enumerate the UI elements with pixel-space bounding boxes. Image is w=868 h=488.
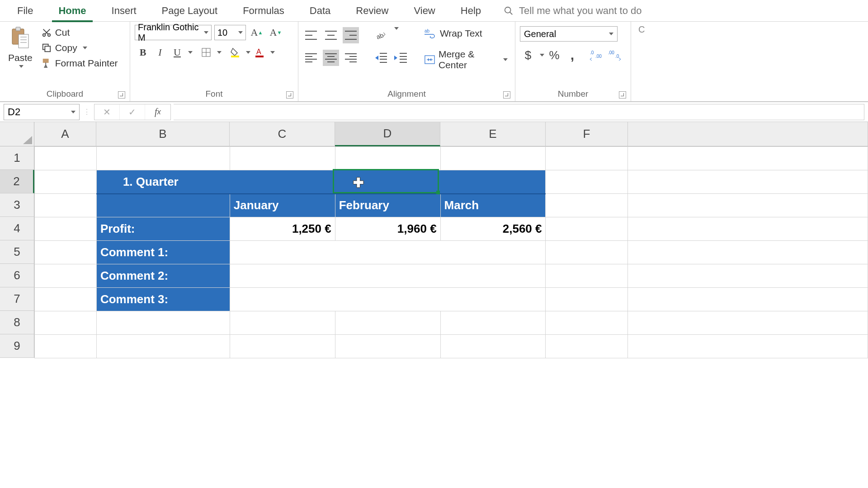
dialog-launcher-icon[interactable] (619, 91, 626, 99)
cell-rest1[interactable] (628, 147, 868, 170)
cell-rest9[interactable] (628, 335, 868, 358)
bold-button[interactable]: B (135, 44, 151, 61)
insert-function-button[interactable]: fx (145, 104, 170, 120)
row-header-1[interactable]: 1 (0, 146, 34, 170)
accounting-format-button[interactable]: $ (520, 47, 536, 63)
cell-c7-e7[interactable] (230, 288, 546, 311)
cell-a9[interactable] (35, 335, 97, 358)
tab-view[interactable]: View (401, 0, 448, 22)
cell-c5-e5[interactable] (230, 241, 546, 264)
chevron-down-icon[interactable] (540, 54, 544, 56)
increase-font-button[interactable]: A▲ (249, 24, 265, 41)
row-header-9[interactable]: 9 (0, 334, 34, 358)
tab-formulas[interactable]: Formulas (230, 0, 297, 22)
cell-b1[interactable] (96, 147, 230, 170)
cell-c1[interactable] (230, 147, 335, 170)
percent-format-button[interactable]: % (546, 47, 562, 63)
decrease-indent-button[interactable] (373, 50, 389, 66)
tell-me-search[interactable]: Tell me what you want to do (504, 5, 642, 17)
font-name-picker[interactable]: Franklin Gothic M (135, 25, 212, 40)
tab-page-layout[interactable]: Page Layout (149, 0, 231, 22)
align-top-button[interactable] (303, 27, 319, 43)
tab-help[interactable]: Help (448, 0, 494, 22)
cell-c8[interactable] (230, 311, 335, 335)
tab-review[interactable]: Review (343, 0, 401, 22)
cell-b7[interactable]: Comment 3: (96, 288, 230, 311)
increase-decimal-button[interactable]: .0.00 (589, 47, 605, 63)
row-header-7[interactable]: 7 (0, 287, 34, 311)
tab-insert[interactable]: Insert (99, 0, 149, 22)
row-header-3[interactable]: 3 (0, 193, 34, 217)
cell-c4[interactable]: 1,250 € (230, 217, 335, 241)
increase-indent-button[interactable] (392, 50, 409, 66)
cell-b5[interactable]: Comment 1: (96, 241, 230, 264)
decrease-decimal-button[interactable]: .00.0 (607, 47, 623, 63)
cell-f1[interactable] (546, 147, 628, 170)
cell-rest5[interactable] (628, 241, 868, 264)
underline-button[interactable]: U (169, 44, 185, 61)
decrease-font-button[interactable]: A▼ (268, 24, 284, 41)
orientation-button[interactable]: ab (373, 27, 389, 43)
row-header-2[interactable]: 2 (0, 170, 34, 193)
cancel-formula-button[interactable]: ✕ (94, 104, 120, 120)
cell-f8[interactable] (546, 311, 628, 335)
cell-rest8[interactable] (628, 311, 868, 335)
cell-b3[interactable] (96, 194, 230, 217)
tab-file[interactable]: File (5, 0, 46, 22)
chevron-down-icon[interactable] (270, 51, 275, 54)
cell-a2[interactable] (35, 170, 97, 194)
dialog-launcher-icon[interactable] (503, 91, 510, 99)
cell-b8[interactable] (96, 311, 230, 335)
col-header-d[interactable]: D (335, 122, 440, 146)
cell-f3[interactable] (546, 194, 628, 217)
col-header-rest[interactable] (628, 122, 868, 146)
cell-f7[interactable] (546, 288, 628, 311)
formula-input[interactable] (174, 104, 864, 120)
cell-rest7[interactable] (628, 288, 868, 311)
cell-a4[interactable] (35, 217, 97, 241)
cell-d8[interactable] (335, 311, 440, 335)
wrap-text-button[interactable]: ab Wrap Text (422, 27, 510, 40)
tab-data[interactable]: Data (297, 0, 343, 22)
copy-button[interactable]: Copy (39, 42, 121, 54)
cell-a6[interactable] (35, 264, 97, 288)
borders-button[interactable] (198, 44, 214, 61)
align-bottom-button[interactable] (343, 27, 359, 43)
chevron-down-icon[interactable] (394, 27, 399, 30)
select-all-corner[interactable] (0, 122, 34, 146)
cell-e4[interactable]: 2,560 € (440, 217, 546, 241)
fill-color-button[interactable] (227, 44, 243, 61)
tab-home[interactable]: Home (46, 0, 99, 22)
dialog-launcher-icon[interactable] (118, 91, 125, 99)
cell-a7[interactable] (35, 288, 97, 311)
enter-formula-button[interactable]: ✓ (120, 104, 145, 120)
col-header-c[interactable]: C (230, 122, 335, 146)
chevron-down-icon[interactable] (188, 51, 193, 54)
cell-b9[interactable] (96, 335, 230, 358)
chevron-down-icon[interactable] (217, 51, 222, 54)
cell-rest6[interactable] (628, 264, 868, 288)
cell-f6[interactable] (546, 264, 628, 288)
cell-b4[interactable]: Profit: (96, 217, 230, 241)
cell-b2-e2-title[interactable]: 1. Quarter (96, 170, 546, 194)
italic-button[interactable]: I (152, 44, 168, 61)
row-header-8[interactable]: 8 (0, 311, 34, 334)
cell-a5[interactable] (35, 241, 97, 264)
font-color-button[interactable]: A (251, 44, 268, 61)
cell-rest2[interactable] (628, 170, 868, 194)
col-header-a[interactable]: A (34, 122, 96, 146)
cell-a1[interactable] (35, 147, 97, 170)
cell-e9[interactable] (440, 335, 546, 358)
format-painter-button[interactable]: Format Painter (39, 57, 121, 70)
col-header-f[interactable]: F (546, 122, 628, 146)
col-header-b[interactable]: B (96, 122, 230, 146)
cell-a3[interactable] (35, 194, 97, 217)
cell-c6-e6[interactable] (230, 264, 546, 288)
cell-e3[interactable]: March (440, 194, 546, 217)
align-center-button[interactable] (323, 50, 339, 66)
cell-rest3[interactable] (628, 194, 868, 217)
row-header-5[interactable]: 5 (0, 240, 34, 264)
cell-e8[interactable] (440, 311, 546, 335)
cell-f4[interactable] (546, 217, 628, 241)
align-left-button[interactable] (303, 50, 319, 66)
